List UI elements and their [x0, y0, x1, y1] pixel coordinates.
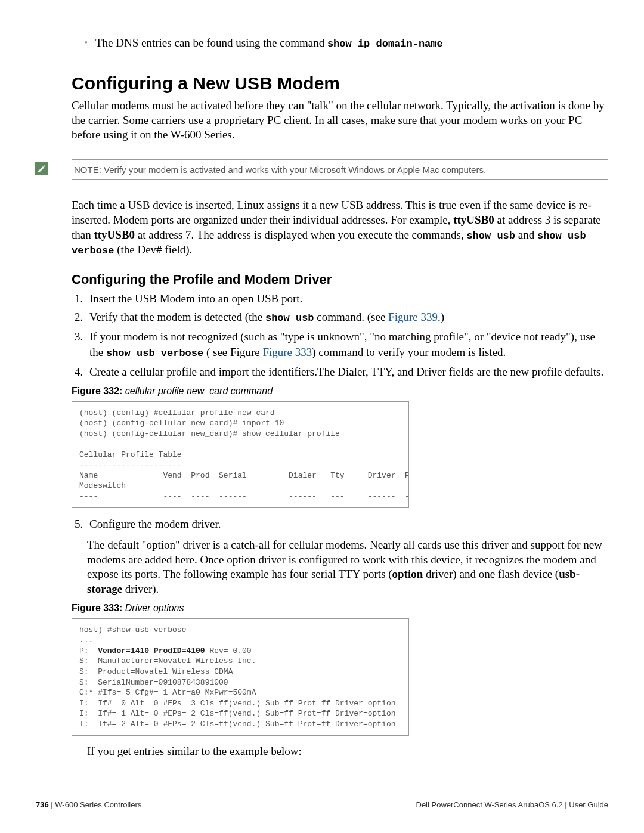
text-run: and — [515, 228, 537, 241]
figure-xref[interactable]: Figure 339 — [388, 311, 438, 323]
code-block-332: (host) (config) #cellular profile new_ca… — [72, 401, 409, 509]
pencil-icon — [35, 162, 49, 176]
text-run: ) command to verify your modem is listed… — [312, 346, 506, 358]
body-paragraph: Each time a USB device is inserted, Linu… — [72, 198, 608, 258]
text-run: command. (see — [314, 311, 389, 323]
footer-left-text: | W-600 Series Controllers — [49, 800, 142, 809]
page-footer: 736 | W-600 Series Controllers Dell Powe… — [36, 795, 608, 809]
text-run: driver). — [122, 583, 159, 595]
inline-command: show usb — [265, 312, 314, 324]
code-run: Rev= 0.00 S: Manufacturer=Novatel Wirele… — [79, 646, 396, 729]
figure-title: cellular profile new_card command — [122, 386, 273, 396]
bold-term: ttyUSB0 — [453, 213, 494, 226]
figure-number: Figure 332: — [72, 386, 122, 396]
inline-command: show usb — [466, 230, 515, 241]
ordered-steps: Insert the USB Modem into an open USB po… — [72, 291, 608, 380]
step-item: Insert the USB Modem into an open USB po… — [86, 291, 608, 306]
text-run: (the Dev# field). — [114, 243, 192, 256]
ordered-steps-continued: Configure the modem driver. — [72, 516, 608, 532]
text-run: .) — [438, 311, 444, 323]
code-bold: Vendor=1410 ProdID=4100 — [98, 646, 205, 655]
bullet-item: The DNS entries can be found using the c… — [95, 36, 608, 51]
inline-command: show ip domain-name — [327, 38, 443, 49]
step-sub-paragraph: The default "option" driver is a catch-a… — [87, 538, 608, 597]
text-run: Verify that the modem is detected (the — [89, 311, 265, 323]
text-run: driver) and one flash device ( — [423, 568, 559, 580]
bold-term: ttyUSB0 — [94, 228, 135, 241]
page-number: 736 — [36, 800, 49, 809]
step-item: Verify that the modem is detected (the s… — [86, 309, 608, 326]
tail-paragraph: If you get entries similar to the exampl… — [87, 744, 608, 759]
text-run: at address 7. The address is displayed w… — [135, 228, 466, 241]
step-item: Create a cellular profile and import the… — [86, 364, 608, 380]
subsection-heading: Configuring the Profile and Modem Driver — [72, 272, 608, 287]
figure-title: Driver options — [122, 603, 184, 613]
step-item: If your modem is not recognized (such as… — [86, 329, 608, 361]
footer-right: Dell PowerConnect W-Series ArubaOS 6.2 |… — [416, 800, 609, 809]
text-run: ( see Figure — [203, 346, 262, 358]
figure-xref[interactable]: Figure 333 — [262, 346, 312, 358]
footer-left: 736 | W-600 Series Controllers — [36, 800, 141, 809]
step-item: Configure the modem driver. — [86, 516, 608, 532]
figure-caption: Figure 333: Driver options — [72, 603, 608, 614]
section-heading: Configuring a New USB Modem — [72, 73, 608, 94]
page: The DNS entries can be found using the c… — [0, 0, 644, 833]
bullet-list: The DNS entries can be found using the c… — [72, 36, 608, 51]
figure-number: Figure 333: — [72, 603, 122, 613]
note-block: NOTE: Verify your modem is activated and… — [72, 159, 608, 180]
content-column: The DNS entries can be found using the c… — [72, 36, 608, 759]
figure-caption: Figure 332: cellular profile new_card co… — [72, 386, 608, 397]
note-text: NOTE: Verify your modem is activated and… — [72, 159, 608, 180]
bullet-text: The DNS entries can be found using the c… — [95, 36, 327, 49]
code-block-333: host) #show usb verbose ... P: Vendor=14… — [72, 618, 409, 736]
inline-command: show usb verbose — [106, 348, 203, 359]
bold-term: option — [392, 568, 423, 580]
body-paragraph: Cellular modems must be activated before… — [72, 98, 608, 143]
